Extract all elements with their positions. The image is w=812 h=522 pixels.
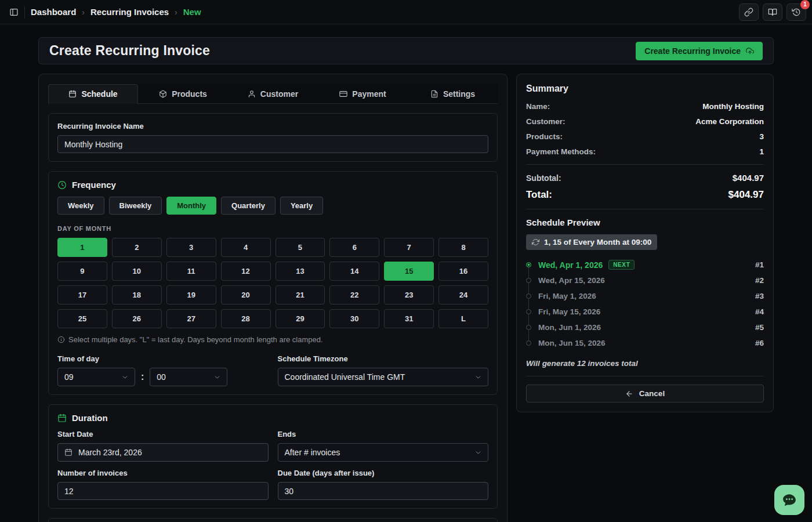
link-button[interactable] (739, 3, 759, 21)
minute-select[interactable]: 00 (150, 368, 227, 386)
tab-payment[interactable]: Payment (318, 84, 408, 103)
day-cell-11[interactable]: 11 (166, 262, 216, 281)
day-cell-6[interactable]: 6 (329, 238, 379, 257)
day-cell-9[interactable]: 9 (57, 262, 107, 281)
name-label: Recurring Invoice Name (57, 122, 488, 130)
start-date-value: March 23rd, 2026 (78, 448, 142, 457)
day-cell-12[interactable]: 12 (221, 262, 271, 281)
chevron-down-icon (474, 449, 482, 456)
breadcrumb-dashboard[interactable]: Dashboard (31, 7, 76, 17)
file-text-icon (430, 90, 438, 98)
day-cell-22[interactable]: 22 (329, 285, 379, 304)
tab-label: Payment (352, 89, 386, 99)
topbar: Dashboard › Recurring Invoices › New 1 (0, 0, 812, 24)
preview-item: Mon, Jun 1, 2026#5 (526, 320, 764, 335)
time-colon: : (141, 372, 144, 382)
tab-settings[interactable]: Settings (408, 84, 498, 103)
summary-row: Customer:Acme Corporation (526, 117, 764, 126)
day-cell-20[interactable]: 20 (221, 285, 271, 304)
start-date-input[interactable]: March 23rd, 2026 (57, 443, 269, 462)
subtotal-label: Subtotal: (526, 173, 561, 183)
cancel-button[interactable]: Cancel (526, 385, 764, 403)
frequency-section: Frequency WeeklyBiweeklyMonthlyQuarterly… (48, 171, 498, 395)
day-cell-29[interactable]: 29 (276, 309, 325, 328)
day-cell-17[interactable]: 17 (57, 285, 107, 304)
day-cell-3[interactable]: 3 (166, 238, 216, 257)
day-cell-26[interactable]: 26 (112, 309, 162, 328)
history-button[interactable]: 1 (786, 3, 806, 21)
day-cell-19[interactable]: 19 (166, 285, 216, 304)
recurring-invoice-name-input[interactable] (57, 135, 488, 153)
breadcrumb: Dashboard › Recurring Invoices › New (31, 7, 201, 17)
tab-label: Customer (260, 89, 298, 99)
schedule-rule-text: 1, 15 of Every Month at 09:00 (544, 238, 651, 246)
chevron-down-icon (474, 374, 482, 381)
preview-date: Fri, May 15, 2026 (538, 307, 600, 316)
tab-schedule[interactable]: Schedule (48, 84, 138, 104)
tab-customer[interactable]: Customer (228, 84, 318, 103)
frequency-option-quarterly[interactable]: Quarterly (221, 197, 276, 215)
day-cell-30[interactable]: 30 (329, 309, 379, 328)
duration-title: Duration (72, 413, 108, 423)
day-cell-31[interactable]: 31 (384, 309, 434, 328)
minute-value: 00 (157, 372, 213, 382)
book-open-icon (768, 8, 777, 17)
form-panel: ScheduleProductsCustomerPaymentSettings … (38, 74, 507, 522)
day-cell-14[interactable]: 14 (329, 262, 379, 281)
frequency-option-monthly[interactable]: Monthly (166, 197, 216, 215)
day-cell-27[interactable]: 27 (166, 309, 216, 328)
num-invoices-input[interactable] (57, 482, 269, 500)
preview-index: #4 (755, 307, 764, 316)
tab-products[interactable]: Products (138, 84, 228, 103)
refresh-icon (532, 238, 539, 246)
day-cell-23[interactable]: 23 (384, 285, 434, 304)
ends-select[interactable]: After # invoices (278, 443, 489, 462)
day-of-month-label: DAY OF MONTH (57, 225, 488, 232)
sidebar-toggle-button[interactable] (6, 4, 22, 20)
day-cell-8[interactable]: 8 (438, 238, 488, 257)
day-cell-28[interactable]: 28 (221, 309, 271, 328)
day-cell-13[interactable]: 13 (276, 262, 325, 281)
timezone-select[interactable]: Coordinated Universal Time GMT (278, 368, 489, 386)
breadcrumb-recurring-invoices[interactable]: Recurring Invoices (90, 7, 169, 17)
day-cell-21[interactable]: 21 (276, 285, 325, 304)
docs-button[interactable] (763, 3, 782, 21)
calendar-icon (68, 90, 77, 98)
preview-date: Fri, May 1, 2026 (538, 292, 596, 300)
chat-fab-button[interactable] (774, 485, 804, 515)
schedule-timeline: Wed, Apr 1, 2026NEXT#1Wed, Apr 15, 2026#… (526, 257, 764, 351)
frequency-option-yearly[interactable]: Yearly (280, 197, 323, 215)
summary-row-label: Products: (526, 132, 563, 141)
day-cell-1[interactable]: 1 (57, 238, 107, 257)
summary-row-value: Monthly Hosting (702, 102, 764, 111)
day-cell-l[interactable]: L (438, 309, 488, 328)
preview-item: Fri, May 1, 2026#3 (526, 288, 764, 304)
total-row: Total: $404.97 (526, 189, 764, 201)
history-count-badge: 1 (800, 0, 810, 9)
frequency-option-biweekly[interactable]: Biweekly (109, 197, 162, 215)
day-cell-10[interactable]: 10 (112, 262, 162, 281)
day-cell-16[interactable]: 16 (438, 262, 488, 281)
timeline-marker-icon (526, 325, 531, 330)
preview-item: Fri, May 15, 2026#4 (526, 304, 764, 320)
day-cell-5[interactable]: 5 (276, 238, 325, 257)
summary-row: Products:3 (526, 132, 764, 141)
total-value: $404.97 (728, 189, 764, 201)
user-icon (248, 90, 256, 98)
upload-cloud-icon (746, 47, 754, 55)
day-cell-2[interactable]: 2 (112, 238, 162, 257)
due-date-input[interactable] (278, 482, 489, 500)
day-cell-7[interactable]: 7 (384, 238, 434, 257)
preview-index: #3 (755, 292, 764, 300)
frequency-option-weekly[interactable]: Weekly (57, 197, 104, 215)
hour-select[interactable]: 09 (57, 368, 135, 386)
summary-row: Name:Monthly Hosting (526, 102, 764, 111)
day-cell-24[interactable]: 24 (438, 285, 488, 304)
day-cell-15[interactable]: 15 (384, 262, 434, 281)
clock-icon (57, 180, 67, 190)
subtotal-value: $404.97 (733, 173, 764, 183)
create-recurring-invoice-button[interactable]: Create Recurring Invoice (636, 42, 763, 60)
day-cell-25[interactable]: 25 (57, 309, 107, 328)
day-cell-4[interactable]: 4 (221, 238, 271, 257)
day-cell-18[interactable]: 18 (112, 285, 162, 304)
